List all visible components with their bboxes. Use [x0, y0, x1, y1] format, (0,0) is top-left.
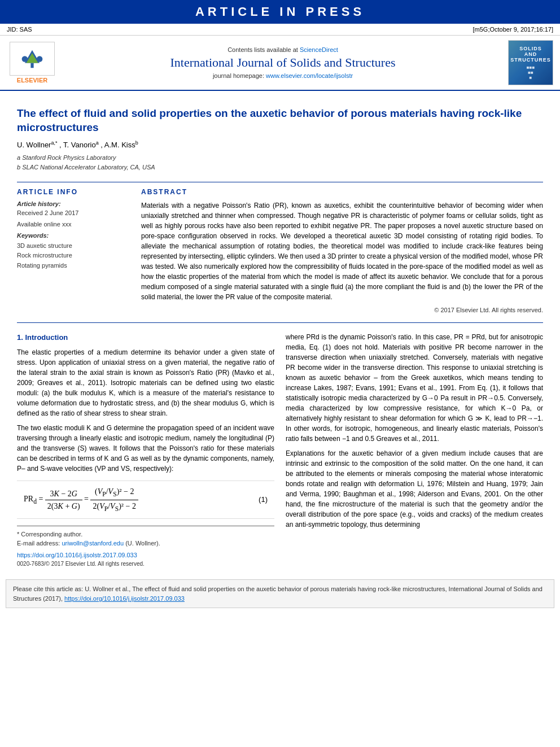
- keyword-1: 3D auxetic structure: [17, 241, 130, 251]
- author2-sup: a: [96, 140, 99, 146]
- received-date: Received 2 June 2017: [17, 209, 130, 216]
- affiliation-b: b SLAC National Accelerator Laboratory, …: [17, 163, 543, 173]
- footnote-email-link[interactable]: uriwolln@stanford.edu: [62, 540, 124, 547]
- intro-para2: The two elastic moduli K and G determine…: [17, 423, 274, 474]
- doi-line: https://doi.org/10.1016/j.ijsolstr.2017.…: [17, 551, 274, 560]
- body-two-col: 1. Introduction The elastic properties o…: [17, 332, 543, 569]
- section-divider: [17, 322, 543, 323]
- journal-homepage: journal homepage: www.elsevier.com/locat…: [58, 72, 508, 79]
- formula-box: PRd = 3K − 2G 2(3K + G) = (VP/VS)² − 2 2…: [17, 480, 274, 519]
- footnote-area: * Corresponding author. E-mail address: …: [17, 526, 274, 548]
- author3-name: , A.M. Kiss: [100, 141, 135, 150]
- keywords-label: Keywords:: [17, 232, 130, 239]
- svg-point-3: [22, 56, 28, 62]
- right-para2: Explanations for the auxetic behavior of…: [286, 448, 543, 530]
- ref-text: [m5G;October 9, 2017;16:17]: [473, 26, 553, 33]
- sciencedirect-link[interactable]: ScienceDirect: [300, 46, 338, 53]
- author1-sup: a,*: [51, 140, 57, 146]
- article-info-title: ARTICLE INFO: [17, 188, 130, 196]
- intro-heading: 1. Introduction: [17, 332, 274, 343]
- top-meta-bar: JID: SAS [m5G;October 9, 2017;16:17]: [0, 24, 560, 36]
- svg-rect-0: [30, 63, 33, 68]
- authors-line: U. Wollnera,* , T. Vanorioa , A.M. Kissb: [17, 140, 543, 149]
- footnote-corresponding: * Corresponding author.: [17, 530, 274, 539]
- elsevier-logo: ELSEVIER: [7, 42, 58, 84]
- journal-name: International Journal of Solids and Stru…: [58, 55, 508, 70]
- keyword-2: Rock microstructure: [17, 251, 130, 261]
- affiliations: a Stanford Rock Physics Laboratory b SLA…: [17, 153, 543, 173]
- history-label: Article history:: [17, 200, 130, 207]
- author3-sup: b: [135, 140, 138, 146]
- main-content: The effect of fluid and solid properties…: [0, 91, 560, 575]
- intro-para1: The elastic properties of a medium deter…: [17, 347, 274, 418]
- intro-title: Introduction: [25, 333, 68, 342]
- elsevier-label: ELSEVIER: [17, 77, 47, 84]
- abstract-panel: ABSTRACT Materials with a negative Poiss…: [141, 188, 543, 313]
- doi-link[interactable]: https://doi.org/10.1016/j.ijsolstr.2017.…: [17, 552, 137, 558]
- contents-line: Contents lists available at ScienceDirec…: [58, 46, 508, 53]
- footnote-email: E-mail address: uriwolln@stanford.edu (U…: [17, 539, 274, 548]
- affiliation-a: a Stanford Rock Physics Laboratory: [17, 153, 543, 163]
- available-online: Available online xxx: [17, 221, 130, 228]
- svg-point-4: [37, 56, 43, 62]
- abstract-title: ABSTRACT: [141, 188, 543, 196]
- copyright-line: 0020-7683/© 2017 Elsevier Ltd. All right…: [17, 560, 274, 568]
- journal-header-center: Contents lists available at ScienceDirec…: [58, 46, 508, 79]
- article-info-panel: ARTICLE INFO Article history: Received 2…: [17, 188, 130, 313]
- formula-content: PRd = 3K − 2G 2(3K + G) = (VP/VS)² − 2 2…: [24, 486, 259, 514]
- journal-header: ELSEVIER Contents lists available at Sci…: [0, 36, 560, 91]
- body-left-col: 1. Introduction The elastic properties o…: [17, 332, 274, 569]
- body-right-col: where PRd is the dynamic Poisson's ratio…: [286, 332, 543, 569]
- journal-homepage-link[interactable]: www.elsevier.com/locate/ijsolstr: [266, 72, 353, 79]
- right-para1: where PRd is the dynamic Poisson's ratio…: [286, 332, 543, 444]
- author1-name: U. Wollner: [17, 141, 51, 150]
- article-in-press-banner: ARTICLE IN PRESS: [0, 0, 560, 24]
- citation-doi-link[interactable]: https://doi.org/10.1016/j.ijsolstr.2017.…: [64, 595, 185, 602]
- intro-number: 1.: [17, 333, 23, 342]
- abstract-copyright: © 2017 Elsevier Ltd. All rights reserved…: [141, 307, 543, 313]
- keyword-3: Rotating pyramids: [17, 261, 130, 271]
- article-info-abstract-section: ARTICLE INFO Article history: Received 2…: [17, 182, 543, 313]
- citation-box: Please cite this article as: U. Wollner …: [6, 579, 554, 608]
- article-title: The effect of fluid and solid properties…: [17, 107, 543, 134]
- banner-text: ARTICLE IN PRESS: [195, 5, 365, 19]
- author2-name: , T. Vanorio: [59, 141, 96, 150]
- jid-text: JID: SAS: [7, 26, 32, 33]
- formula-number: (1): [259, 494, 268, 505]
- abstract-text: Materials with a negative Poisson's Rati…: [141, 200, 543, 302]
- journal-cover-image: SOLIDSANDSTRUCTURES ■■■■■■: [508, 40, 553, 85]
